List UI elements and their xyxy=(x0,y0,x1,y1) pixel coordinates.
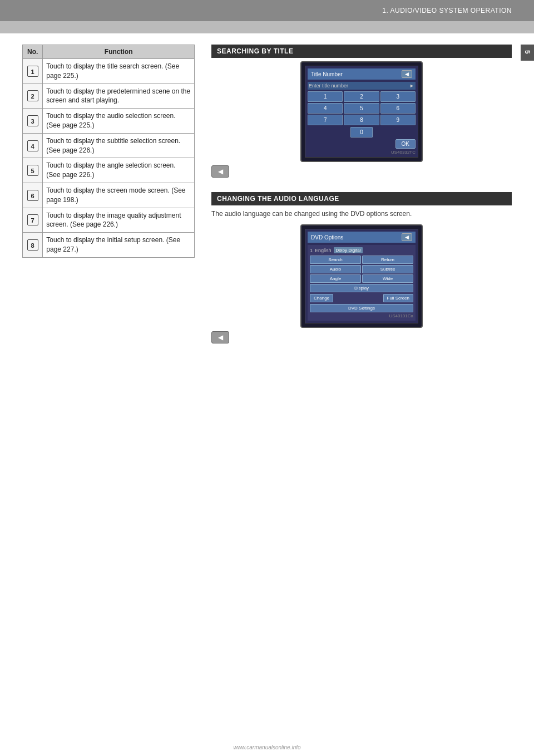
table-row: 2Touch to display the predetermined scen… xyxy=(23,84,195,109)
screen-title-bar: Title Number ◀ xyxy=(308,68,416,80)
chapter-tab: 5 xyxy=(521,45,534,61)
dvd-title-label: DVD Options xyxy=(311,234,343,240)
subtitle-button[interactable]: Subtitle xyxy=(362,265,413,273)
row-function-text: Touch to display the audio selection scr… xyxy=(43,109,195,134)
key-7[interactable]: 7 xyxy=(308,115,343,125)
full-screen-button[interactable]: Full Screen xyxy=(383,294,413,302)
row-number-cell: 7 xyxy=(23,208,43,233)
dvd-options-body: 1 English Dolby Digital Search Return Au… xyxy=(308,245,416,321)
row-function-text: Touch to display the screen mode screen.… xyxy=(43,183,195,208)
angle-button[interactable]: Angle xyxy=(310,274,361,283)
footer: www.carmanualsonline.info xyxy=(0,744,534,750)
row-number-cell: 3 xyxy=(23,109,43,134)
key-9[interactable]: 9 xyxy=(380,115,416,125)
number-box: 1 xyxy=(27,66,38,77)
row-function-text: Touch to display the initial setup scree… xyxy=(43,233,195,258)
main-content: No. Function 1Touch to display the title… xyxy=(0,45,534,352)
row-number-cell: 5 xyxy=(23,158,43,183)
table-row: 7Touch to display the image quality adju… xyxy=(23,208,195,233)
dolby-badge: Dolby Digital xyxy=(334,247,363,253)
right-column: SEARCHING BY TITLE Title Number ◀ Enter … xyxy=(211,45,512,352)
display-button[interactable]: Display xyxy=(310,284,413,292)
title-number-screen: Title Number ◀ Enter title number ► 1234… xyxy=(300,61,423,162)
table-row: 6Touch to display the screen mode screen… xyxy=(23,183,195,208)
dvd-bottom-row: Change Full Screen xyxy=(310,294,413,302)
number-box: 7 xyxy=(27,214,38,225)
searching-by-title-section: SEARCHING BY TITLE Title Number ◀ Enter … xyxy=(211,45,512,181)
audio-button[interactable]: Audio xyxy=(310,265,361,273)
changing-audio-section: CHANGING THE AUDIO LANGUAGE The audio la… xyxy=(211,192,512,347)
number-box: 2 xyxy=(27,90,38,101)
screen-title-label: Title Number xyxy=(311,71,343,77)
back-arrow-button[interactable]: ◀ xyxy=(211,165,229,178)
enter-label-text: Enter title number xyxy=(309,83,348,89)
header-title: 1. AUDIO/VIDEO SYSTEM OPERATION xyxy=(382,7,512,14)
dvd-buttons-grid: Search Return Audio Subtitle Angle Wide … xyxy=(310,256,413,292)
row-function-text: Touch to display the title search screen… xyxy=(43,59,195,84)
ok-button[interactable]: OK xyxy=(395,139,416,149)
dvd-back-arrow-button[interactable]: ◀ xyxy=(211,331,229,343)
dvd-track-number: 1 xyxy=(310,248,313,253)
row-number-cell: 1 xyxy=(23,59,43,84)
table-row: 1Touch to display the title search scree… xyxy=(23,59,195,84)
key-3[interactable]: 3 xyxy=(380,91,416,102)
screen-id-label: US40332TC xyxy=(308,150,416,155)
function-table: No. Function 1Touch to display the title… xyxy=(22,45,195,258)
wide-button[interactable]: Wide xyxy=(362,274,413,283)
number-box: 4 xyxy=(27,140,38,151)
dvd-info-row: 1 English Dolby Digital xyxy=(310,247,413,253)
col-no-header: No. xyxy=(23,45,43,59)
left-column: No. Function 1Touch to display the title… xyxy=(22,45,195,352)
back-button-area: ◀ xyxy=(211,165,512,178)
key-5[interactable]: 5 xyxy=(344,103,379,114)
dvd-options-screen: DVD Options ◀ 1 English Dolby Digital Se… xyxy=(300,224,423,328)
key-0[interactable]: 0 xyxy=(350,127,373,138)
key-4[interactable]: 4 xyxy=(308,103,343,114)
search-button[interactable]: Search xyxy=(310,256,361,264)
number-box: 3 xyxy=(27,115,38,126)
return-button[interactable]: Return xyxy=(362,256,413,264)
key-1[interactable]: 1 xyxy=(308,91,343,102)
title-screen-back-button[interactable]: ◀ xyxy=(402,70,412,78)
keypad-grid: 123456789 xyxy=(308,91,416,125)
row-function-text: Touch to display the predetermined scene… xyxy=(43,84,195,109)
col-function-header: Function xyxy=(43,45,195,59)
audio-description: The audio language can be changed using … xyxy=(211,209,512,219)
table-row: 3Touch to display the audio selection sc… xyxy=(23,109,195,134)
key-8[interactable]: 8 xyxy=(344,115,379,125)
dvd-back-button-area: ◀ xyxy=(211,331,512,343)
keypad-zero-row: 0 xyxy=(308,127,416,138)
number-box: 6 xyxy=(27,190,38,201)
row-number-cell: 6 xyxy=(23,183,43,208)
row-function-text: Touch to display the angle selection scr… xyxy=(43,158,195,183)
number-box: 8 xyxy=(27,239,38,251)
dvd-screen-inner: DVD Options ◀ 1 English Dolby Digital Se… xyxy=(305,229,418,323)
footer-logo: www.carmanualsonline.info xyxy=(233,744,300,750)
row-number-cell: 8 xyxy=(23,233,43,258)
table-row: 8Touch to display the initial setup scre… xyxy=(23,233,195,258)
change-button[interactable]: Change xyxy=(310,294,333,302)
number-box: 5 xyxy=(27,165,38,176)
row-number-cell: 2 xyxy=(23,84,43,109)
dvd-title-bar: DVD Options ◀ xyxy=(308,232,416,243)
dvd-settings-button[interactable]: DVD Settings xyxy=(310,304,413,312)
row-function-text: Touch to display the subtitle selection … xyxy=(43,133,195,158)
row-number-cell: 4 xyxy=(23,133,43,158)
row-function-text: Touch to display the image quality adjus… xyxy=(43,208,195,233)
changing-audio-heading: CHANGING THE AUDIO LANGUAGE xyxy=(211,192,512,205)
dvd-language: English xyxy=(315,248,332,253)
table-row: 5Touch to display the angle selection sc… xyxy=(23,158,195,183)
dvd-screen-id: US40101Ca xyxy=(310,313,413,318)
ok-row: OK xyxy=(308,139,416,149)
top-header: 1. AUDIO/VIDEO SYSTEM OPERATION xyxy=(0,0,534,21)
key-2[interactable]: 2 xyxy=(344,91,379,102)
enter-label-bar: Enter title number ► xyxy=(308,82,416,90)
sub-header xyxy=(0,21,534,33)
table-row: 4Touch to display the subtitle selection… xyxy=(23,133,195,158)
screen-inner: Title Number ◀ Enter title number ► 1234… xyxy=(305,66,418,158)
key-6[interactable]: 6 xyxy=(380,103,416,114)
dvd-screen-back-button[interactable]: ◀ xyxy=(402,233,412,241)
enter-arrow: ► xyxy=(409,83,414,89)
searching-heading: SEARCHING BY TITLE xyxy=(211,45,512,58)
